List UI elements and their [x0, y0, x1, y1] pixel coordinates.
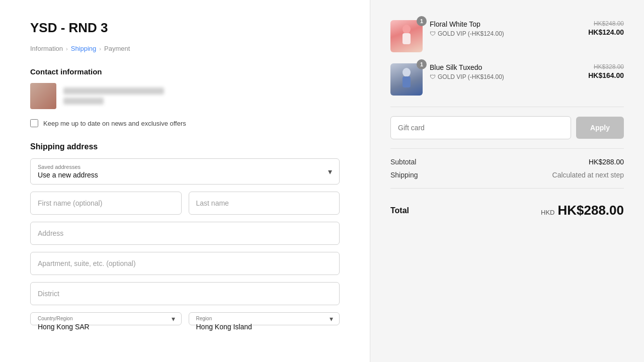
- total-label: Total: [390, 206, 409, 215]
- svg-point-0: [403, 25, 411, 34]
- contact-section-title: Contact information: [30, 67, 340, 76]
- saved-address-dropdown-arrow: ▾: [328, 167, 332, 176]
- country-region-row: Country/Region Hong Kong SAR ▾ Region Ho…: [30, 312, 340, 325]
- saved-address-label: Saved addresses: [38, 164, 98, 170]
- breadcrumb-shipping[interactable]: Shipping: [71, 45, 97, 52]
- total-row: Total HKD HK$288.00: [390, 198, 624, 218]
- item-vip-1: 🛡 GOLD VIP (-HK$124.00): [430, 30, 581, 37]
- subtotal-value: HK$288.00: [589, 158, 624, 166]
- total-currency: HKD: [541, 209, 554, 216]
- svg-point-2: [403, 68, 411, 77]
- contact-info: [30, 83, 340, 109]
- item-details-1: Floral White Top 🛡 GOLD VIP (-HK$124.00): [430, 20, 581, 37]
- right-panel: 1 Floral White Top 🛡 GOLD VIP (-HK$124.0…: [370, 0, 644, 362]
- last-name-input[interactable]: [189, 192, 340, 215]
- total-amount: HK$288.00: [557, 203, 624, 218]
- vip-shield-icon-2: 🛡: [430, 73, 436, 80]
- newsletter-label[interactable]: Keep me up to date on news and exclusive…: [43, 120, 186, 127]
- breadcrumb-chevron-2: ›: [99, 46, 101, 52]
- shipping-section-title: Shipping address: [30, 142, 340, 151]
- item-final-price-2: HK$164.00: [588, 71, 624, 79]
- item-image-wrap-2: 1: [390, 63, 423, 96]
- item-prices-2: HK$328.00 HK$164.00: [588, 63, 624, 79]
- country-select-box[interactable]: Country/Region Hong Kong SAR ▾: [30, 312, 182, 325]
- left-panel: YSD - RND 3 Information › Shipping › Pay…: [0, 0, 370, 362]
- address-input[interactable]: [30, 222, 340, 245]
- svg-rect-1: [403, 33, 411, 44]
- region-label: Region: [196, 316, 212, 321]
- country-label: Country/Region: [38, 316, 72, 321]
- item-name-1: Floral White Top: [430, 20, 581, 28]
- tuxedo-figure-icon: [396, 67, 417, 92]
- order-item-1: 1 Floral White Top 🛡 GOLD VIP (-HK$124.0…: [390, 20, 624, 52]
- divider-3: [390, 188, 624, 189]
- gift-card-row: Apply: [390, 116, 624, 139]
- item-original-price-2: HK$328.00: [588, 63, 624, 70]
- breadcrumb-payment[interactable]: Payment: [104, 45, 130, 52]
- shipping-row: Shipping Calculated at next step: [390, 171, 624, 179]
- region-value: Hong Kong Island: [196, 323, 252, 331]
- item-image-wrap-1: 1: [390, 20, 423, 52]
- region-select-arrow: ▾: [330, 315, 333, 323]
- newsletter-row: Keep me up to date on news and exclusive…: [30, 119, 340, 127]
- divider-2: [390, 148, 624, 149]
- vip-shield-icon-1: 🛡: [430, 30, 436, 37]
- item-badge-2: 1: [417, 59, 427, 69]
- contact-email-blurred: [63, 87, 164, 95]
- svg-rect-3: [403, 76, 411, 87]
- item-badge-1: 1: [417, 16, 427, 26]
- item-details-2: Blue Silk Tuxedo 🛡 GOLD VIP (-HK$164.00): [430, 63, 581, 80]
- breadcrumb-chevron-1: ›: [66, 46, 68, 52]
- saved-address-value: Use a new address: [38, 171, 98, 179]
- district-input[interactable]: [30, 282, 340, 305]
- country-value: Hong Kong SAR: [38, 323, 90, 331]
- item-image-floral: [390, 20, 423, 52]
- shipping-value: Calculated at next step: [552, 171, 624, 179]
- district-group: [30, 282, 340, 305]
- newsletter-checkbox[interactable]: [30, 119, 38, 127]
- item-vip-label-1: GOLD VIP (-HK$124.00): [438, 30, 504, 37]
- total-value-wrap: HKD HK$288.00: [541, 203, 624, 218]
- avatar: [30, 83, 56, 109]
- item-prices-1: HK$248.00 HK$124.00: [588, 20, 624, 36]
- region-select-box[interactable]: Region Hong Kong Island ▾: [189, 312, 340, 325]
- country-select-arrow: ▾: [172, 315, 175, 323]
- item-original-price-1: HK$248.00: [588, 20, 624, 27]
- store-title: YSD - RND 3: [30, 20, 340, 36]
- contact-name-blurred: [63, 98, 104, 105]
- subtotal-label: Subtotal: [390, 158, 416, 166]
- address-group: [30, 222, 340, 245]
- item-name-2: Blue Silk Tuxedo: [430, 63, 581, 71]
- saved-address-inner: Saved addresses Use a new address: [38, 164, 98, 179]
- breadcrumb-information[interactable]: Information: [30, 45, 63, 52]
- item-vip-2: 🛡 GOLD VIP (-HK$164.00): [430, 73, 581, 80]
- item-vip-label-2: GOLD VIP (-HK$164.00): [438, 73, 504, 80]
- contact-text: [63, 87, 164, 105]
- apartment-input[interactable]: [30, 252, 340, 275]
- subtotal-row: Subtotal HK$288.00: [390, 158, 624, 166]
- item-final-price-1: HK$124.00: [588, 28, 624, 36]
- floral-figure-icon: [396, 24, 417, 48]
- breadcrumb: Information › Shipping › Payment: [30, 45, 340, 52]
- name-row: [30, 192, 340, 215]
- item-image-tuxedo: [390, 63, 423, 96]
- gift-card-input[interactable]: [390, 116, 571, 139]
- saved-address-dropdown[interactable]: Saved addresses Use a new address ▾: [30, 158, 340, 185]
- shipping-label: Shipping: [390, 171, 418, 179]
- divider-1: [390, 107, 624, 107]
- apply-button[interactable]: Apply: [576, 117, 624, 139]
- first-name-input[interactable]: [30, 192, 182, 215]
- order-item-2: 1 Blue Silk Tuxedo 🛡 GOLD VIP (-HK$164.0…: [390, 63, 624, 96]
- apartment-group: [30, 252, 340, 275]
